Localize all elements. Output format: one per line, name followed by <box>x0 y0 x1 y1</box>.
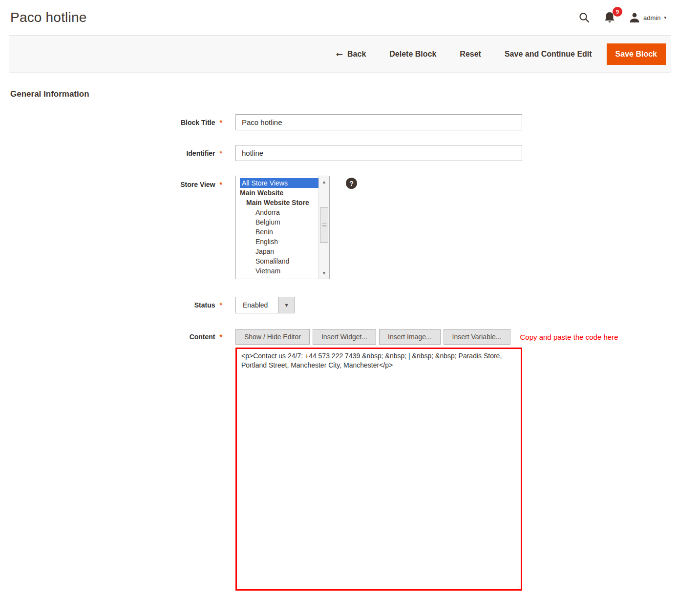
section-title: General Information <box>10 89 678 99</box>
back-label: Back <box>347 50 366 59</box>
caret-down-icon: ▾ <box>664 15 666 20</box>
insert-widget-button[interactable]: Insert Widget... <box>313 329 376 345</box>
header-actions: 9 admin ▾ <box>578 11 666 24</box>
block-title-label: Block Title * <box>0 119 222 126</box>
help-icon[interactable]: ? <box>346 178 357 189</box>
identifier-input[interactable] <box>235 145 522 161</box>
listbox-scrollbar[interactable]: ▲ ▼ <box>318 176 329 279</box>
identifier-row: Identifier * <box>0 145 678 161</box>
store-view-option-all[interactable]: All Store Views <box>240 178 318 188</box>
required-asterisk: * <box>220 333 222 341</box>
required-asterisk: * <box>220 149 222 157</box>
page-title: Paco hotline <box>10 10 87 25</box>
search-icon <box>578 12 590 23</box>
scroll-up-icon[interactable]: ▲ <box>319 177 329 186</box>
save-and-continue-button[interactable]: Save and Continue Edit <box>505 50 592 59</box>
user-icon <box>629 12 640 23</box>
status-select[interactable]: Enabled ▼ <box>235 297 295 313</box>
store-view-label: Store View * <box>0 176 222 188</box>
insert-image-button[interactable]: Insert Image... <box>379 329 440 345</box>
store-view-row: Store View * All Store Views Main Websit… <box>0 176 678 279</box>
required-asterisk: * <box>220 119 222 126</box>
store-view-option[interactable]: Andorra <box>240 207 318 217</box>
store-view-option[interactable]: Benin <box>240 227 318 237</box>
content-textarea[interactable]: <p>Contact us 24/7: +44 573 222 7439 &nb… <box>235 348 522 591</box>
block-title-input[interactable] <box>235 114 522 130</box>
admin-user-menu[interactable]: admin ▾ <box>629 12 666 23</box>
scroll-down-icon[interactable]: ▼ <box>319 268 329 278</box>
delete-block-button[interactable]: Delete Block <box>389 50 436 59</box>
username-label: admin <box>643 14 660 21</box>
save-block-button[interactable]: Save Block <box>607 43 666 65</box>
store-view-option[interactable]: Japan <box>240 246 318 256</box>
content-row: Content * Show / Hide Editor Insert Widg… <box>0 329 678 345</box>
notifications-button[interactable]: 9 <box>604 11 615 24</box>
insert-variable-button[interactable]: Insert Variable... <box>444 329 510 345</box>
scrollbar-thumb[interactable] <box>320 207 328 243</box>
notification-badge: 9 <box>613 7 622 17</box>
store-view-option-main-website-store[interactable]: Main Website Store <box>240 198 318 207</box>
store-view-listbox[interactable]: All Store Views Main Website Main Websit… <box>235 176 330 279</box>
identifier-label: Identifier * <box>0 149 222 157</box>
status-row: Status * Enabled ▼ <box>0 297 678 313</box>
store-view-option[interactable]: English <box>240 237 318 246</box>
block-edit-form: Block Title * Identifier * Store View * … <box>0 114 678 591</box>
store-view-option[interactable]: Vietnam <box>240 266 318 276</box>
store-view-option[interactable]: Belgium <box>240 217 318 227</box>
annotation-copy-paste-note: Copy and paste the code here <box>520 333 618 341</box>
show-hide-editor-button[interactable]: Show / Hide Editor <box>235 329 310 345</box>
content-label: Content * <box>0 333 222 341</box>
store-view-option[interactable]: Somaliland <box>240 256 318 266</box>
store-view-option-main-website[interactable]: Main Website <box>240 188 318 198</box>
content-editor-area: <p>Contact us 24/7: +44 573 222 7439 &nb… <box>235 348 678 591</box>
status-label: Status * <box>0 301 222 309</box>
required-asterisk: * <box>220 301 222 309</box>
back-button[interactable]: ← Back <box>336 49 366 59</box>
scrollbar-thumb-grip <box>322 224 326 227</box>
page-actions-toolbar: ← Back Delete Block Reset Save and Conti… <box>9 35 671 73</box>
required-asterisk: * <box>220 181 222 188</box>
search-button[interactable] <box>578 12 590 23</box>
chevron-down-icon: ▼ <box>278 297 294 313</box>
status-selected-value: Enabled <box>236 297 278 313</box>
back-arrow-icon: ← <box>336 49 343 59</box>
reset-button[interactable]: Reset <box>460 50 481 59</box>
block-title-row: Block Title * <box>0 114 678 130</box>
page-header: Paco hotline 9 admin ▾ <box>0 0 678 35</box>
